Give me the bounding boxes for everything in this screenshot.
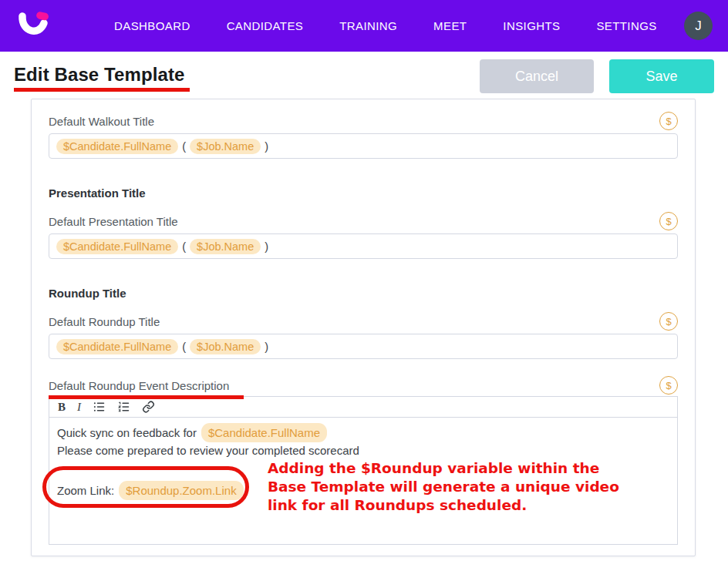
title-red-underline xyxy=(14,88,190,92)
job-name-token: $Job.Name xyxy=(190,339,261,354)
roundup-zoom-link-token: $Roundup.Zoom.Link xyxy=(119,481,243,500)
presentation-section-heading: Presentation Title xyxy=(49,186,678,202)
nav-item-meet[interactable]: MEET xyxy=(433,19,467,32)
nav-item-dashboard[interactable]: DASHBOARD xyxy=(114,19,190,32)
paren-close: ) xyxy=(265,341,268,353)
line2-text: Please come prepared to review your comp… xyxy=(57,442,359,458)
page: DASHBOARD CANDIDATES TRAINING MEET INSIG… xyxy=(0,0,728,571)
save-button[interactable]: Save xyxy=(609,59,714,93)
presentation-title-input[interactable]: $Candidate.FullName ( $Job.Name ) xyxy=(49,233,678,259)
paren-open: ( xyxy=(182,341,186,353)
paren-open: ( xyxy=(182,240,186,253)
paren-close: ) xyxy=(265,240,268,253)
description-label-row: Default Roundup Event Description $ xyxy=(49,376,678,395)
nav-item-candidates[interactable]: CANDIDATES xyxy=(227,19,304,32)
description-label-wrap: Default Roundup Event Description xyxy=(49,379,229,392)
nav-item-settings[interactable]: SETTINGS xyxy=(596,19,656,32)
zoom-link-label: Zoom Link: xyxy=(57,482,114,499)
cancel-button[interactable]: Cancel xyxy=(480,59,594,93)
job-name-token: $Job.Name xyxy=(190,239,261,254)
numbered-list-icon[interactable] xyxy=(117,397,130,417)
editor-line-1: Quick sync on feedback for $Candidate.Fu… xyxy=(57,423,669,442)
line1-text: Quick sync on feedback for xyxy=(57,425,197,441)
candidate-fullname-token: $Candidate.FullName xyxy=(56,339,178,354)
paren-open: ( xyxy=(182,140,186,153)
description-label: Default Roundup Event Description xyxy=(49,379,229,392)
walkout-title-label: Default Walkout Title xyxy=(49,115,154,128)
user-avatar[interactable]: J xyxy=(684,12,713,40)
candidate-fullname-token: $Candidate.FullName xyxy=(201,423,327,442)
walkout-title-input[interactable]: $Candidate.FullName ( $Job.Name ) xyxy=(49,133,678,159)
brand-logo-icon[interactable] xyxy=(15,10,52,44)
variable-dollar-icon[interactable]: $ xyxy=(659,312,678,331)
rich-text-editor: B I xyxy=(49,396,678,545)
annotation-text: Adding the $Roundup variable within the … xyxy=(268,459,699,515)
description-red-underline xyxy=(49,395,244,399)
nav-item-training[interactable]: TRAINING xyxy=(339,19,397,32)
roundup-title-row: Default Roundup Title $ xyxy=(49,312,678,331)
bullet-list-icon[interactable] xyxy=(93,397,106,417)
paren-close: ) xyxy=(265,140,268,153)
variable-dollar-icon[interactable]: $ xyxy=(659,212,678,230)
link-icon[interactable] xyxy=(142,397,155,417)
candidate-fullname-token: $Candidate.FullName xyxy=(56,239,178,254)
nav-links: DASHBOARD CANDIDATES TRAINING MEET INSIG… xyxy=(114,19,657,32)
top-navbar: DASHBOARD CANDIDATES TRAINING MEET INSIG… xyxy=(0,0,728,52)
italic-button[interactable]: I xyxy=(77,397,81,417)
variable-dollar-icon[interactable]: $ xyxy=(659,112,678,130)
presentation-title-row: Default Presentation Title $ xyxy=(49,212,678,230)
nav-item-insights[interactable]: INSIGHTS xyxy=(503,19,560,32)
presentation-title-label: Default Presentation Title xyxy=(49,215,178,228)
roundup-title-label: Default Roundup Title xyxy=(49,315,160,328)
annotation-line: Base Template will generate a unique vid… xyxy=(268,478,699,496)
candidate-fullname-token: $Candidate.FullName xyxy=(56,139,178,154)
page-title: Edit Base Template xyxy=(14,64,184,86)
template-form-card: Default Walkout Title $ $Candidate.FullN… xyxy=(31,99,696,556)
annotation-line: Adding the $Roundup variable within the xyxy=(268,459,699,478)
roundup-title-input[interactable]: $Candidate.FullName ( $Job.Name ) xyxy=(49,334,678,359)
annotation-line: link for all Roundups scheduled. xyxy=(268,496,699,515)
variable-dollar-icon[interactable]: $ xyxy=(659,376,678,395)
editor-toolbar: B I xyxy=(49,397,677,418)
walkout-title-row: Default Walkout Title $ xyxy=(49,112,678,130)
roundup-section-heading: Roundup Title xyxy=(49,287,678,302)
editor-line-2: Please come prepared to review your comp… xyxy=(57,442,669,458)
job-name-token: $Job.Name xyxy=(190,139,261,154)
editor-content[interactable]: Quick sync on feedback for $Candidate.Fu… xyxy=(49,418,677,544)
bold-button[interactable]: B xyxy=(58,397,66,417)
